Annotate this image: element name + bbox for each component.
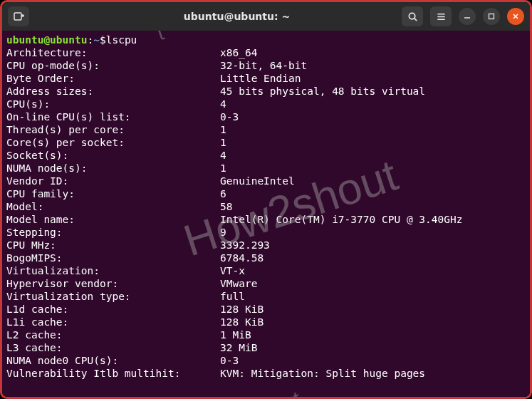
output-row: Thread(s) per core:1	[6, 123, 526, 136]
output-value: 1 MiB	[220, 328, 251, 341]
output-label: Byte Order:	[6, 72, 220, 85]
output-label: L2 cache:	[6, 328, 220, 341]
prompt-line: ubuntu@ubuntu:~$ lscpu	[6, 33, 526, 46]
output-label: BogoMIPS:	[6, 252, 220, 264]
output-label: NUMA node0 CPU(s):	[6, 354, 220, 367]
output-value: 9	[220, 226, 226, 239]
output-row: NUMA node(s):1	[6, 162, 526, 175]
svg-line-4	[414, 18, 416, 20]
output-value: VMware	[220, 277, 257, 290]
output-row: CPU(s):4	[6, 98, 526, 110]
prompt-sep: :	[88, 33, 94, 46]
output-value: 1	[220, 162, 226, 175]
output-label: L1i cache:	[6, 316, 220, 328]
prompt-path: ~	[93, 33, 100, 46]
output-label: Stepping:	[6, 226, 220, 239]
output-row: Virtualization:VT-x	[6, 264, 526, 277]
output-row: Hypervisor vendor:VMware	[6, 277, 526, 290]
svg-rect-0	[14, 13, 21, 20]
output-row: L1d cache:128 KiB	[6, 303, 526, 316]
output-value: Little Endian	[220, 72, 301, 85]
output-label: CPU op-mode(s):	[6, 59, 220, 72]
output-label: Model name:	[6, 213, 220, 226]
new-tab-button[interactable]	[8, 6, 29, 26]
output-label: Vulnerability Itlb multihit:	[6, 367, 220, 380]
maximize-button[interactable]	[483, 8, 500, 25]
output-rows: Architecture:x86_64CPU op-mode(s):32-bit…	[6, 46, 526, 380]
output-row: Byte Order:Little Endian	[6, 72, 526, 85]
prompt-user: ubuntu@ubuntu	[6, 33, 88, 46]
output-label: Virtualization:	[6, 264, 220, 277]
output-value: 4	[220, 98, 226, 110]
output-label: CPU MHz:	[6, 239, 220, 252]
output-row: Core(s) per socket:1	[6, 136, 526, 149]
minimize-button[interactable]	[459, 8, 476, 25]
output-value: VT-x	[220, 264, 245, 277]
svg-point-3	[409, 13, 414, 19]
output-label: Vendor ID:	[6, 175, 220, 187]
search-button[interactable]	[402, 6, 423, 26]
output-row: On-line CPU(s) list:0-3	[6, 110, 526, 123]
output-row: L3 cache:32 MiB	[6, 341, 526, 354]
new-tab-icon	[13, 11, 24, 22]
output-value: x86_64	[220, 46, 257, 59]
output-row: CPU MHz:3392.293	[6, 239, 526, 252]
search-icon	[407, 11, 418, 22]
output-row: Architecture:x86_64	[6, 46, 526, 59]
output-value: 1	[220, 123, 226, 136]
output-label: NUMA node(s):	[6, 162, 220, 175]
titlebar: ubuntu@ubuntu: ~	[2, 2, 530, 31]
output-row: NUMA node0 CPU(s):0-3	[6, 354, 526, 367]
window-title: ubuntu@ubuntu: ~	[76, 11, 397, 22]
output-row: Vulnerability Itlb multihit:KVM: Mitigat…	[6, 367, 526, 380]
output-label: Socket(s):	[6, 149, 220, 162]
output-row: CPU family:6	[6, 187, 526, 200]
output-row: Model name:Intel(R) Core(TM) i7-3770 CPU…	[6, 213, 526, 226]
minimize-icon	[463, 12, 471, 21]
output-row: Vendor ID:GenuineIntel	[6, 175, 526, 187]
output-label: Core(s) per socket:	[6, 136, 220, 149]
prompt-command: lscpu	[106, 33, 137, 46]
output-value: 0-3	[220, 354, 239, 367]
output-row: L1i cache:128 KiB	[6, 316, 526, 328]
terminal-window: ubuntu@ubuntu: ~	[0, 0, 532, 399]
output-label: Model:	[6, 200, 220, 213]
maximize-icon	[487, 12, 496, 21]
output-label: CPU(s):	[6, 98, 220, 110]
output-value: 1	[220, 136, 226, 149]
output-value: 128 KiB	[220, 303, 264, 316]
output-value: 128 KiB	[220, 316, 264, 328]
output-value: 6784.58	[220, 252, 264, 264]
output-row: Model:58	[6, 200, 526, 213]
output-value: full	[220, 290, 245, 303]
close-icon	[511, 12, 520, 21]
output-label: Virtualization type:	[6, 290, 220, 303]
close-button[interactable]	[507, 8, 524, 25]
output-value: 32 MiB	[220, 341, 257, 354]
output-value: 32-bit, 64-bit	[220, 59, 307, 72]
output-label: On-line CPU(s) list:	[6, 110, 220, 123]
menu-button[interactable]	[430, 6, 452, 26]
output-label: L1d cache:	[6, 303, 220, 316]
output-row: Virtualization type:full	[6, 290, 526, 303]
hamburger-icon	[436, 11, 447, 22]
watermark-text: t	[292, 392, 301, 397]
output-row: CPU op-mode(s):32-bit, 64-bit	[6, 59, 526, 72]
prompt-sep: $	[100, 33, 106, 46]
output-label: Thread(s) per core:	[6, 123, 220, 136]
output-label: Address sizes:	[6, 85, 220, 98]
terminal-body[interactable]: t How2shout t ubuntu@ubuntu:~$ lscpu Arc…	[2, 31, 530, 397]
output-row: L2 cache:1 MiB	[6, 328, 526, 341]
output-label: Architecture:	[6, 46, 220, 59]
output-value: 3392.293	[220, 239, 270, 252]
output-row: Stepping:9	[6, 226, 526, 239]
output-value: 45 bits physical, 48 bits virtual	[220, 85, 425, 98]
output-row: Socket(s):4	[6, 149, 526, 162]
output-value: 6	[220, 187, 226, 200]
output-label: L3 cache:	[6, 341, 220, 354]
output-value: GenuineIntel	[220, 175, 295, 187]
output-value: Intel(R) Core(TM) i7-3770 CPU @ 3.40GHz	[220, 213, 462, 226]
output-value: KVM: Mitigation: Split huge pages	[220, 367, 425, 380]
output-value: 58	[220, 200, 232, 213]
output-row: BogoMIPS:6784.58	[6, 252, 526, 264]
